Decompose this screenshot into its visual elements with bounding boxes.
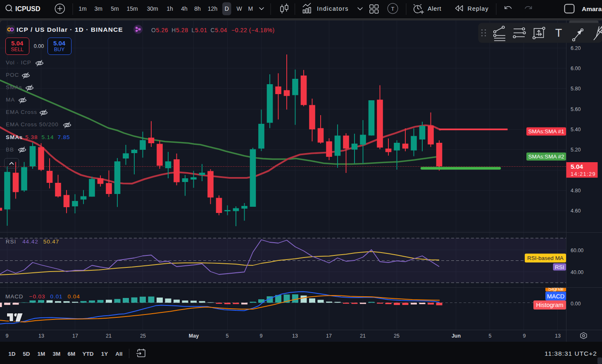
svg-text:40.00: 40.00 (571, 269, 583, 275)
svg-text:1M: 1M (38, 351, 45, 357)
svg-text:W: W (236, 5, 242, 12)
svg-text:13: 13 (555, 333, 561, 339)
svg-text:RSI-based MA: RSI-based MA (527, 255, 564, 261)
svg-text:25: 25 (394, 333, 400, 339)
svg-text:Indicators: Indicators (317, 5, 349, 12)
svg-text:3M: 3M (53, 351, 61, 357)
svg-text:MACD: MACD (547, 293, 565, 300)
svg-text:4h: 4h (181, 5, 188, 12)
svg-text:14:21:29: 14:21:29 (571, 171, 596, 177)
svg-text:SMAs:SMA #1: SMAs:SMA #1 (528, 128, 564, 135)
svg-text:21: 21 (360, 333, 366, 339)
svg-text:YTD: YTD (83, 351, 94, 357)
svg-text:5.20: 5.20 (571, 147, 581, 153)
svg-text:D: D (225, 5, 229, 12)
svg-text:3m: 3m (95, 5, 102, 12)
svg-text:May: May (189, 333, 199, 339)
svg-text:5.04: 5.04 (571, 163, 583, 170)
svg-text:Amarant: Amarant (582, 5, 602, 12)
svg-text:4.60: 4.60 (571, 208, 581, 214)
svg-text:9: 9 (523, 333, 526, 339)
svg-text:30m: 30m (147, 5, 158, 12)
svg-text:All: All (115, 351, 122, 357)
svg-text:RSI: RSI (555, 264, 564, 270)
svg-text:8h: 8h (194, 5, 201, 12)
svg-text:60.00: 60.00 (571, 248, 583, 253)
svg-text:17: 17 (326, 333, 332, 339)
svg-text:Alert: Alert (428, 5, 441, 12)
svg-text:13: 13 (292, 333, 298, 339)
svg-text:5.80: 5.80 (571, 86, 581, 92)
svg-text:4.80: 4.80 (571, 188, 581, 194)
svg-text:5: 5 (226, 333, 229, 339)
svg-text:21: 21 (106, 333, 112, 339)
svg-text:T: T (391, 6, 395, 12)
svg-text:9: 9 (6, 333, 9, 339)
svg-text:Replay: Replay (468, 5, 489, 12)
svg-text:SMAs:SMA #2: SMAs:SMA #2 (528, 154, 564, 160)
svg-text:ICPUSD: ICPUSD (15, 5, 40, 12)
svg-text:13: 13 (38, 333, 44, 339)
svg-text:11:38:31 UTC+2: 11:38:31 UTC+2 (545, 350, 597, 357)
svg-text:0.00: 0.00 (571, 301, 581, 307)
svg-text:15m: 15m (126, 5, 138, 12)
svg-text:5: 5 (489, 333, 492, 339)
svg-text:5D: 5D (23, 351, 30, 357)
svg-text:17: 17 (72, 333, 78, 339)
svg-text:5.60: 5.60 (571, 106, 581, 112)
svg-text:12h: 12h (208, 5, 217, 12)
svg-text:1m: 1m (79, 5, 86, 12)
svg-text:6M: 6M (68, 351, 76, 357)
svg-text:Jun: Jun (452, 333, 461, 339)
svg-text:5.40: 5.40 (571, 127, 581, 132)
svg-text:Histogram: Histogram (536, 302, 563, 308)
svg-text:9: 9 (260, 333, 263, 339)
svg-text:M: M (248, 5, 253, 12)
svg-text:6.20: 6.20 (571, 45, 581, 51)
svg-text:25: 25 (140, 333, 146, 339)
svg-text:1D: 1D (8, 351, 16, 357)
svg-text:5m: 5m (111, 5, 119, 12)
svg-text:1h: 1h (167, 5, 173, 12)
svg-text:6.00: 6.00 (571, 66, 581, 71)
svg-text:1Y: 1Y (101, 351, 108, 357)
